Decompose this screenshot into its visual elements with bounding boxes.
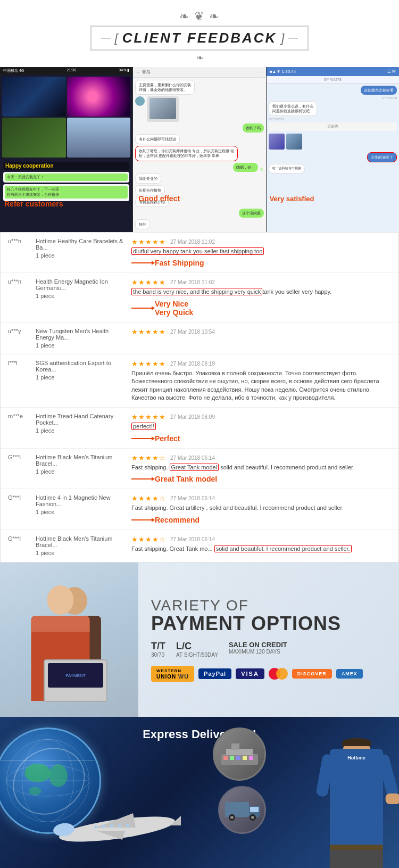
- truck-graphic: [218, 786, 266, 834]
- happy-coop-label: Happy cooperation: [3, 162, 129, 170]
- svg-rect-20: [223, 756, 228, 760]
- stars-1: ★★★★★: [131, 238, 166, 246]
- photo-thumb-4: [67, 118, 131, 158]
- man-arm-left: [315, 753, 335, 797]
- svg-point-4: [24, 764, 51, 782]
- ann-label-6: Great Tank model: [155, 475, 217, 483]
- man-body: Hottime: [330, 749, 383, 845]
- review-top-8: ★★★★☆ 27 Mar 2018 06:14: [131, 535, 391, 543]
- review-user-2: u***n: [8, 278, 36, 285]
- arrow-icon-7: [131, 519, 153, 520]
- annotation-7: Recommend: [131, 516, 391, 524]
- review-right-1: ★★★★★ 27 Mar 2018 11:02 dlutful very hap…: [131, 238, 391, 267]
- visa-logo: VISA: [236, 668, 264, 679]
- payment-options-title: PAYMENT OPTIONS: [151, 614, 386, 633]
- review-product-5: Hottime Tread Hand Catenary Pocket... 1 …: [36, 413, 131, 434]
- payment-section: PAYMENT VARIETY OF PAYMENT OPTIONS T/T 3…: [0, 563, 399, 717]
- payment-method-credit: SALE ON CREDIT MAXIMUM 120 DAYS: [229, 641, 287, 658]
- container-ship-graphic: [213, 728, 266, 781]
- review-row-3: u***y New Tungsten Men's Health Energy M…: [1, 323, 398, 354]
- stars-6: ★★★★☆: [131, 454, 166, 462]
- svg-point-7: [58, 811, 177, 846]
- review-right-8: ★★★★☆ 27 Mar 2018 06:14 Fast shipping. G…: [131, 535, 391, 553]
- review-right-4: ★★★★★ 27 Mar 2018 08:19 Пришёл очень быс…: [131, 360, 391, 402]
- review-text-4: Пришёл очень быстро. Упаковка в полной с…: [131, 369, 391, 402]
- review-row-1: u***n Hottime Healthy Care Bracelets & B…: [1, 233, 398, 273]
- review-text-1: dlutful very happy tank you seller fast …: [131, 247, 391, 255]
- review-product-1: Hottime Healthy Care Bracelets & Ba... 1…: [36, 238, 131, 259]
- review-top-3: ★★★★★ 27 Mar 2018 10:54: [131, 328, 391, 336]
- review-top-5: ★★★★★ 27 Mar 2018 08:09: [131, 413, 391, 421]
- panel2-chat: 主要需要，重新删什么你的安装详情，像金效的他都很安装。 收到了吗 有什么问题即可…: [133, 78, 265, 232]
- svg-point-13: [102, 825, 105, 828]
- review-product-3: New Tungsten Men's Health Energy Ma... 1…: [36, 328, 131, 349]
- review-right-3: ★★★★★ 27 Mar 2018 10:54: [131, 328, 391, 336]
- review-text-6: Fast shipping. Great Tank model solid an…: [131, 464, 391, 472]
- refer-customers-label: Refer customers: [4, 200, 63, 208]
- review-date-8: 27 Mar 2018 06:14: [170, 536, 215, 542]
- review-text-7: Fast shipping. Great artillery , solid a…: [131, 504, 391, 512]
- chat-panel-2: ← 青岛 ··· 主要需要，重新删什么你的安装详情，像金效的他都很安装。 收到了…: [133, 67, 266, 232]
- p3-bubble-l1: 我们很专业么说，有什么问题你就直接跟我说吧: [269, 101, 317, 116]
- review-right-5: ★★★★★ 27 Mar 2018 08:09 perfect!! Perfec…: [131, 413, 391, 442]
- chat-bubble: 主要需要，重新删什么你的安装详情，像金效的他都很安装。: [135, 80, 195, 95]
- review-date-3: 27 Mar 2018 10:54: [170, 329, 215, 335]
- stars-3: ★★★★★: [131, 328, 166, 336]
- svg-point-2: [6, 765, 89, 796]
- arrow-icon-5: [131, 438, 153, 439]
- ann-label-5: Perfect: [155, 434, 180, 443]
- person-head-front: [47, 585, 74, 615]
- person-shoulder: [31, 616, 90, 632]
- svg-rect-27: [250, 807, 259, 812]
- p3-bubble-r1: 这款颜色比较好看: [361, 86, 397, 95]
- chat-bubble-l2: 有什么问题即可找我说: [135, 134, 180, 144]
- review-top-7: ★★★★☆ 27 Mar 2018 06:14: [131, 494, 391, 502]
- ann-label-2: Very Nice Very Quick: [155, 300, 193, 317]
- review-date-6: 27 Mar 2018 06:14: [170, 455, 215, 461]
- review-text-8: Fast shipping. Great Tank mo... solid an…: [131, 545, 391, 553]
- review-row-4: l***l SGS authentication Export to Korea…: [1, 354, 398, 408]
- p3-bubble-r2: 非常的满意了: [367, 152, 397, 162]
- svg-point-12: [94, 825, 97, 829]
- status-bar-1: 中国移动 4G 21:30 34% ▮: [0, 67, 132, 75]
- review-row-8: G***l Hottime Black Men's Titanium Brace…: [1, 530, 398, 562]
- svg-point-6: [29, 787, 41, 795]
- svg-point-31: [251, 816, 254, 819]
- photo-thumb-2: [67, 77, 131, 117]
- review-row-5: m***e Hottime Tread Hand Catenary Pocket…: [1, 408, 398, 448]
- man-hand: [386, 793, 399, 804]
- airplane-graphic: [53, 805, 181, 850]
- very-satisfied-label: Very satisfied: [270, 195, 314, 203]
- stars-8: ★★★★☆: [131, 535, 166, 543]
- chat-panel-3: ■▲▼ 1:35:44 ☰ ✉ G***04278 这款颜色比较好看 G***0…: [267, 67, 399, 232]
- airplane-svg: [53, 805, 181, 848]
- stars-7: ★★★★☆: [131, 494, 166, 502]
- svg-rect-22: [236, 756, 240, 760]
- ship-svg: [218, 735, 261, 773]
- photo-thumb-1: [2, 77, 66, 117]
- ornament-top: ❧ ❦ ❧: [0, 10, 399, 23]
- review-top-1: ★★★★★ 27 Mar 2018 11:02: [131, 238, 391, 246]
- svg-point-14: [110, 824, 113, 828]
- payment-person-area: PAYMENT: [0, 563, 138, 717]
- chat-bubble-r2: 嗯嗯，好！: [233, 163, 258, 172]
- reviews-section: u***n Hottime Healthy Care Bracelets & B…: [0, 232, 399, 563]
- annotation-2: Very Nice Very Quick: [131, 300, 391, 317]
- amex-logo: AMEX: [336, 669, 363, 679]
- ann-label-1: Fast Shipping: [155, 259, 204, 267]
- review-user-1: u***n: [8, 238, 36, 244]
- review-right-2: ★★★★★ 27 Mar 2018 11:02 the band is very…: [131, 278, 391, 316]
- payment-methods: T/T 30/70 L/C AT SIGHT/90DAY SALE ON CRE…: [151, 641, 386, 658]
- p3-bubble-l2: 哈一会我给你个视频: [269, 164, 305, 173]
- review-date-4: 27 Mar 2018 08:19: [170, 361, 215, 367]
- delivery-man-graphic: Hottime: [319, 738, 394, 868]
- chat-bubble-l3: 收到了呀您，你们安装师傅也很 专业，所以安装过程很 轻松，还帮我 把配件都处理的…: [135, 146, 238, 161]
- paypal-logo: PayPal: [198, 668, 231, 679]
- review-user-6: G***l: [8, 454, 36, 460]
- svg-point-5: [49, 764, 68, 787]
- review-product-2: Health Energy Magnetic Ion Germaniu... 1…: [36, 278, 131, 299]
- delivery-section: Express Delivery.....!: [0, 717, 399, 868]
- review-row-2: u***n Health Energy Magnetic Ion Germani…: [1, 273, 398, 322]
- variety-text: VARIETY OF: [151, 597, 386, 614]
- ornament-bottom: ❧: [0, 53, 399, 63]
